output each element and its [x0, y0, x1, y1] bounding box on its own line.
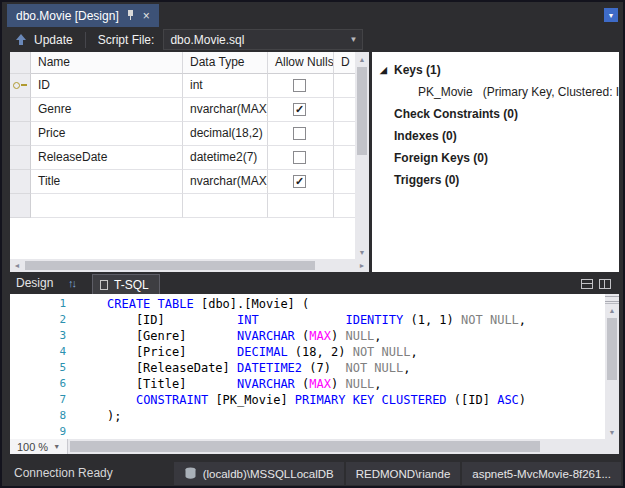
tree-item[interactable]: Check Constraints (0): [372, 103, 619, 125]
code-line[interactable]: 9: [10, 424, 619, 439]
scroll-left-icon[interactable]: ◄: [10, 259, 24, 272]
data-type-cell[interactable]: datetime2(7): [183, 146, 268, 170]
tab-tsql[interactable]: T-SQL: [92, 274, 160, 294]
code-line[interactable]: 6 [Title] NVARCHAR (MAX) NULL,: [10, 376, 619, 392]
allow-nulls-checkbox[interactable]: ✓: [293, 175, 306, 188]
scroll-thumb[interactable]: [607, 318, 617, 380]
grid-horizontal-scrollbar[interactable]: ◄ ►: [10, 259, 369, 272]
code-line[interactable]: 1CREATE TABLE [dbo].[Movie] (: [10, 296, 619, 312]
editor-horizontal-scroll-thumb[interactable]: [70, 441, 540, 452]
tree-item[interactable]: Foreign Keys (0): [372, 147, 619, 169]
table-row[interactable]: Genrenvarchar(MAX)✓: [10, 98, 355, 122]
code-line[interactable]: 4 [Price] DECIMAL (18, 2) NOT NULL,: [10, 344, 619, 360]
column-name-cell[interactable]: ReleaseDate: [31, 146, 183, 170]
properties-tree: ◢Keys (1)PK_Movie (Primary Key, Clustere…: [372, 59, 619, 191]
split-horizontal-icon[interactable]: [581, 279, 593, 289]
script-file-combo[interactable]: dbo.Movie.sql ▼: [163, 29, 363, 50]
row-selector[interactable]: [10, 194, 31, 218]
scroll-right-icon[interactable]: ►: [355, 259, 369, 272]
scroll-down-icon[interactable]: ▼: [355, 245, 369, 259]
code-line[interactable]: 7 CONSTRAINT [PK_Movie] PRIMARY KEY CLUS…: [10, 392, 619, 408]
tree-item[interactable]: ◢Keys (1): [372, 59, 619, 81]
data-type-cell[interactable]: decimal(18,2): [183, 122, 268, 146]
sync-panes-icon[interactable]: ↑↓: [68, 277, 75, 289]
tab-design[interactable]: Design: [16, 276, 53, 290]
default-cell[interactable]: [334, 194, 355, 218]
default-cell[interactable]: [334, 98, 355, 122]
tree-item[interactable]: PK_Movie (Primary Key, Clustered: I: [372, 81, 619, 103]
column-name-cell[interactable]: ID: [31, 74, 183, 98]
allow-nulls-cell[interactable]: [268, 194, 334, 218]
table-row[interactable]: [10, 194, 355, 218]
row-selector[interactable]: [10, 122, 31, 146]
column-name-cell[interactable]: [31, 194, 183, 218]
code-text: [ID] INT IDENTITY (1, 1) NOT NULL,: [107, 312, 526, 328]
column-name-cell[interactable]: Title: [31, 170, 183, 194]
tree-item[interactable]: Indexes (0): [372, 125, 619, 147]
row-selector-header[interactable]: [10, 52, 31, 74]
scroll-thumb[interactable]: [357, 67, 367, 155]
close-icon[interactable]: ×: [143, 10, 150, 22]
row-selector[interactable]: [10, 98, 31, 122]
pin-icon[interactable]: [127, 10, 135, 21]
allow-nulls-cell[interactable]: [268, 122, 334, 146]
row-selector[interactable]: [10, 74, 31, 98]
allow-nulls-checkbox[interactable]: [293, 151, 306, 164]
expander-icon[interactable]: ◢: [380, 59, 387, 81]
update-button[interactable]: Update: [34, 33, 73, 47]
tree-item-label: Keys (1): [394, 63, 441, 77]
scroll-down-icon[interactable]: ▼: [605, 426, 619, 439]
table-row[interactable]: ReleaseDatedatetime2(7): [10, 146, 355, 170]
line-number: 1: [10, 296, 66, 312]
column-name-cell[interactable]: Price: [31, 122, 183, 146]
column-header-data-type[interactable]: Data Type: [183, 52, 268, 74]
allow-nulls-cell[interactable]: ✓: [268, 98, 334, 122]
zoom-control[interactable]: 100 % ▼: [10, 439, 68, 454]
table-row[interactable]: Titlenvarchar(MAX)✓: [10, 170, 355, 194]
data-type-cell[interactable]: nvarchar(MAX): [183, 98, 268, 122]
code-line[interactable]: 3 [Genre] NVARCHAR (MAX) NULL,: [10, 328, 619, 344]
row-selector[interactable]: [10, 170, 31, 194]
default-cell[interactable]: [334, 74, 355, 98]
tree-item[interactable]: Triggers (0): [372, 169, 619, 191]
code-line[interactable]: 2 [ID] INT IDENTITY (1, 1) NOT NULL,: [10, 312, 619, 328]
vs-window: dbo.Movie [Design] × ▼ Update Script Fil…: [0, 0, 625, 488]
scroll-thumb[interactable]: [25, 261, 315, 270]
primary-key-icon: [13, 81, 27, 90]
split-vertical-icon[interactable]: [599, 279, 611, 289]
default-cell[interactable]: [334, 146, 355, 170]
default-cell[interactable]: [334, 122, 355, 146]
document-list-button[interactable]: ▼: [604, 8, 618, 22]
scroll-up-icon[interactable]: ▲: [355, 52, 369, 66]
allow-nulls-checkbox[interactable]: [293, 127, 306, 140]
code-line[interactable]: 5 [ReleaseDate] DATETIME2 (7) NOT NULL,: [10, 360, 619, 376]
column-header-name[interactable]: Name: [31, 52, 183, 74]
table-row[interactable]: IDint: [10, 74, 355, 98]
allow-nulls-checkbox[interactable]: [293, 79, 306, 92]
data-type-cell[interactable]: [183, 194, 268, 218]
column-header-default[interactable]: D: [334, 52, 355, 74]
default-cell[interactable]: [334, 170, 355, 194]
sql-editor[interactable]: 1CREATE TABLE [dbo].[Movie] (2 [ID] INT …: [10, 294, 619, 439]
column-header-allow-nulls[interactable]: Allow Nulls: [268, 52, 334, 74]
data-type-cell[interactable]: int: [183, 74, 268, 98]
allow-nulls-checkbox[interactable]: ✓: [293, 103, 306, 116]
allow-nulls-cell[interactable]: [268, 74, 334, 98]
table-row[interactable]: Pricedecimal(18,2): [10, 122, 355, 146]
status-segment: (localdb)\MSSQLLocalDB: [174, 462, 344, 485]
allow-nulls-cell[interactable]: ✓: [268, 170, 334, 194]
scroll-up-icon[interactable]: ▲: [605, 304, 619, 317]
row-selector[interactable]: [10, 146, 31, 170]
document-tab[interactable]: dbo.Movie [Design] ×: [7, 4, 159, 27]
splitter-grip[interactable]: [605, 294, 619, 304]
code-line[interactable]: 8);: [10, 408, 619, 424]
column-name-cell[interactable]: Genre: [31, 98, 183, 122]
sql-file-icon: [100, 280, 108, 290]
pane-tab-strip: Design ↑↓ T-SQL: [4, 274, 621, 294]
code-text: CREATE TABLE [dbo].[Movie] (: [107, 296, 309, 312]
allow-nulls-cell[interactable]: [268, 146, 334, 170]
data-type-cell[interactable]: nvarchar(MAX): [183, 170, 268, 194]
grid-vertical-scrollbar[interactable]: ▲ ▼: [355, 52, 369, 259]
tree-item-label: Triggers (0): [394, 173, 459, 187]
editor-vertical-scrollbar[interactable]: ▲ ▼: [605, 294, 619, 439]
